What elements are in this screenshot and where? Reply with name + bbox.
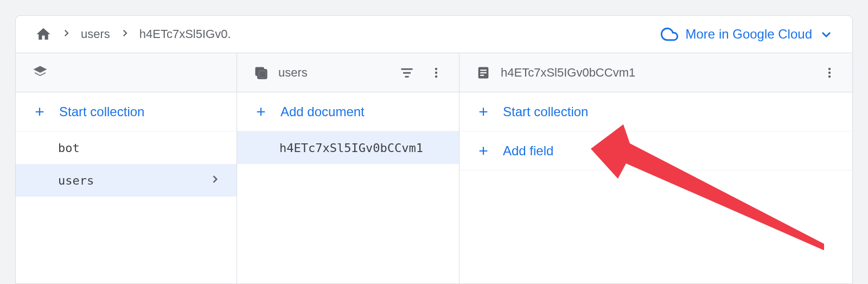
- collection-column-header: users: [237, 53, 459, 92]
- svg-rect-4: [259, 71, 266, 77]
- plus-icon: +: [476, 104, 491, 120]
- start-collection-button[interactable]: + Start collection: [16, 92, 237, 131]
- collection-icon: [253, 65, 269, 80]
- chevron-right-icon: [209, 174, 220, 187]
- document-header-label: h4ETc7xSl5IGv0bCCvm1: [501, 66, 635, 80]
- filter-icon[interactable]: [399, 65, 414, 80]
- start-subcollection-button[interactable]: + Start collection: [459, 92, 852, 131]
- svg-point-16: [828, 71, 831, 73]
- columns: + Start collection bot users: [16, 53, 852, 283]
- document-item[interactable]: h4ETc7xSl5IGv0bCCvm1: [237, 131, 459, 164]
- more-in-google-cloud-label: More in Google Cloud: [686, 27, 812, 42]
- collection-item-label: users: [58, 174, 94, 187]
- root-column: + Start collection bot users: [16, 53, 237, 283]
- chevron-right-icon: [61, 27, 71, 41]
- svg-point-9: [435, 71, 437, 73]
- collection-item-bot[interactable]: bot: [16, 131, 237, 164]
- document-icon: [476, 65, 491, 80]
- root-icon[interactable]: [32, 65, 48, 81]
- add-field-button[interactable]: + Add field: [459, 131, 852, 171]
- svg-rect-7: [405, 75, 409, 77]
- more-vert-icon[interactable]: [823, 66, 836, 79]
- document-column-header: h4ETc7xSl5IGv0bCCvm1: [459, 53, 852, 92]
- svg-rect-5: [401, 68, 413, 70]
- collection-item-label: bot: [58, 141, 80, 155]
- start-collection-label: Start collection: [59, 104, 144, 119]
- home-icon[interactable]: [35, 26, 52, 42]
- breadcrumb: users h4ETc7xSl5IGv0.: [35, 26, 231, 42]
- svg-point-15: [828, 67, 831, 70]
- more-vert-icon[interactable]: [430, 66, 443, 79]
- svg-rect-13: [480, 72, 487, 73]
- add-document-button[interactable]: + Add document: [237, 92, 459, 131]
- plus-icon: +: [32, 104, 47, 120]
- plus-icon: +: [476, 143, 491, 159]
- breadcrumb-item-doc[interactable]: h4ETc7xSl5IGv0.: [139, 27, 231, 41]
- document-column: h4ETc7xSl5IGv0bCCvm1 + Start collection …: [459, 53, 852, 283]
- svg-point-17: [828, 75, 831, 77]
- start-subcollection-label: Start collection: [503, 104, 588, 119]
- svg-point-10: [435, 75, 437, 77]
- svg-point-8: [435, 67, 437, 70]
- plus-icon: +: [253, 104, 269, 120]
- collection-column: users + Add document h4ETc7xSl5IGv0bCCvm…: [237, 53, 459, 283]
- root-column-header: [16, 53, 237, 92]
- breadcrumb-item-users[interactable]: users: [81, 27, 110, 41]
- svg-rect-12: [480, 70, 487, 71]
- chevron-right-icon: [120, 27, 130, 41]
- add-document-label: Add document: [280, 104, 365, 119]
- collection-header-label: users: [278, 66, 308, 80]
- topbar: users h4ETc7xSl5IGv0. More in Google Clo…: [16, 16, 852, 53]
- svg-rect-6: [403, 72, 411, 73]
- more-in-google-cloud-button[interactable]: More in Google Cloud: [661, 26, 833, 43]
- add-field-label: Add field: [503, 143, 553, 159]
- document-item-label: h4ETc7xSl5IGv0bCCvm1: [279, 141, 423, 155]
- collection-item-users[interactable]: users: [16, 164, 237, 197]
- svg-rect-14: [480, 74, 484, 75]
